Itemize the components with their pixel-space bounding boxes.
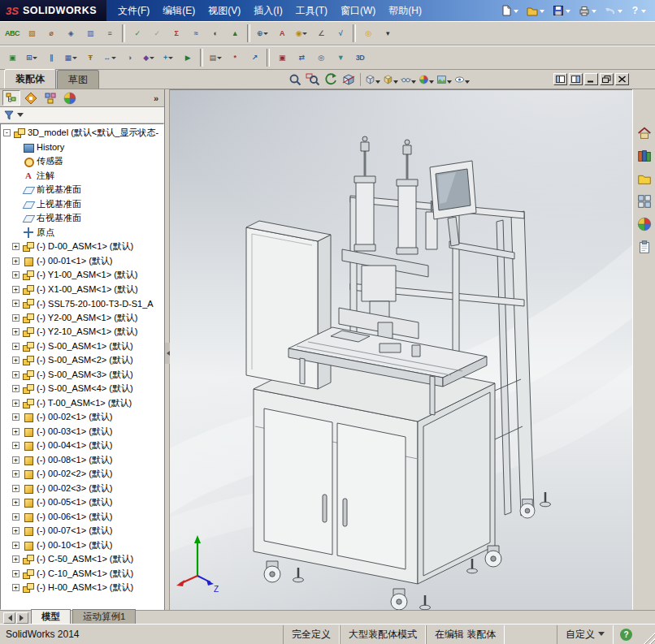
surface-finish-button[interactable]: √ [331, 24, 350, 43]
view-palette-button[interactable] [635, 192, 654, 211]
featuremanager-tab[interactable] [2, 90, 20, 106]
new-document-button[interactable] [497, 2, 521, 19]
collapse-panes-left-button[interactable] [553, 73, 567, 85]
tree-item[interactable]: 右视基准面 [1, 211, 163, 226]
graphics-viewport[interactable]: Z [170, 89, 632, 610]
tree-item[interactable]: + (-) 00-01<1> (默认) [1, 254, 163, 269]
bill-of-materials-button[interactable]: ▤ [206, 48, 225, 67]
smart-fasteners-button[interactable]: Ŧ [80, 48, 100, 67]
expander-icon[interactable]: + [12, 542, 20, 549]
mass-properties-button[interactable]: ◈ [61, 24, 80, 43]
tree-item[interactable]: + (-) S-00_ASM<4> (默认) [1, 382, 163, 396]
linear-pattern-button[interactable]: ▦ [61, 48, 80, 67]
expander-icon[interactable]: + [12, 570, 20, 577]
options-dropdown-button[interactable]: ▾ [378, 24, 397, 43]
tree-item[interactable]: 上视基准面 [1, 197, 163, 212]
menu-item[interactable]: 帮助(H) [382, 0, 428, 21]
expander-icon[interactable]: + [12, 271, 20, 279]
section-properties-button[interactable]: ▥ [80, 24, 100, 43]
menu-item[interactable]: 文件(F) [111, 0, 156, 21]
equations-button[interactable]: Σ [167, 24, 186, 43]
tree-item[interactable]: History [1, 140, 163, 155]
show-hidden-components-button[interactable]: ◑ [119, 48, 139, 67]
tree-item[interactable]: 原点 [1, 226, 163, 240]
collapse-panes-right-button[interactable] [569, 73, 583, 85]
expander-icon[interactable]: + [12, 456, 20, 464]
tree-root-item[interactable]: - 3D_model (默认<默认_显示状态- [1, 126, 163, 140]
check-document-button[interactable]: ✓ [128, 24, 147, 43]
3d-model-view[interactable]: Z [170, 90, 632, 611]
tree-item[interactable]: + (-) 00-02<1> (默认) [1, 410, 163, 425]
tree-item[interactable]: + (-) S-00_ASM<3> (默认) [1, 368, 163, 383]
hole-alignment-button[interactable]: ◎ [311, 48, 331, 67]
insert-components-button[interactable]: ⊞ [22, 48, 41, 67]
expander-icon[interactable]: + [12, 428, 20, 435]
tab-sketch[interactable]: 草图 [57, 70, 99, 89]
print-button[interactable] [575, 2, 599, 19]
expander-icon[interactable]: + [12, 555, 20, 563]
menu-item[interactable]: 编辑(E) [156, 0, 202, 21]
exploded-view-button[interactable]: * [225, 48, 245, 67]
tree-item[interactable]: + (-) 00-08<1> (默认) [1, 453, 163, 468]
expander-icon[interactable]: + [12, 371, 20, 378]
quick-tips-help-icon[interactable]: ? [620, 629, 632, 641]
tree-item[interactable]: + (-) 00-07<1> (默认) [1, 524, 163, 538]
tree-item[interactable]: + (-) X1-00_ASM<1> (默认) [1, 283, 163, 297]
expander-icon[interactable]: + [12, 343, 20, 350]
reference-geometry-button[interactable]: + [158, 48, 178, 67]
previous-view-button[interactable] [322, 71, 339, 88]
edit-appearance-button[interactable] [418, 71, 435, 88]
tree-item[interactable]: 传感器 [1, 154, 163, 169]
tree-item[interactable]: + (-) D-00_ASM<1> (默认) [1, 240, 163, 254]
resize-grip[interactable] [644, 633, 655, 644]
balloon-button[interactable]: ◉ [292, 24, 311, 43]
panel-overflow-chevron[interactable]: » [150, 93, 162, 103]
tree-item[interactable]: + (-) Y1-00_ASM<1> (默认) [1, 268, 163, 283]
expander-icon[interactable]: + [12, 357, 20, 364]
tree-item[interactable]: + (-) 00-02<3> (默认) [1, 482, 163, 496]
tree-item[interactable]: + (-) 00-06<1> (默认) [1, 510, 163, 525]
filter-funnel-icon[interactable] [3, 110, 15, 121]
tree-item[interactable]: + (-) 00-05<1> (默认) [1, 495, 163, 510]
magnified-selection-button[interactable]: ◎ [358, 24, 378, 43]
tab-assembly[interactable]: 装配体 [4, 69, 56, 89]
weld-symbol-button[interactable]: ∠ [311, 24, 331, 43]
close-button[interactable] [615, 73, 629, 85]
minimize-button[interactable] [584, 73, 598, 85]
tree-item[interactable]: + (-) Y2-00_ASM<1> (默认) [1, 311, 163, 326]
expander-icon[interactable]: + [12, 300, 20, 307]
expander-icon[interactable]: + [12, 584, 20, 591]
tree-item[interactable]: + (-) C-50_ASM<1> (默认) [1, 552, 163, 567]
zebra-stripes-button[interactable]: ◐ [206, 24, 225, 43]
expander-icon[interactable]: + [12, 513, 20, 521]
expander-icon[interactable]: + [12, 527, 20, 534]
assembly-features-button[interactable]: ◆ [139, 48, 158, 67]
expander-icon[interactable]: + [12, 400, 20, 407]
tree-item[interactable]: + (-) 00-03<1> (默认) [1, 425, 163, 439]
tab-scroll-left-button[interactable] [3, 612, 15, 624]
tree-item[interactable]: + (-) Y2-10_ASM<1> (默认) [1, 325, 163, 339]
appearances-scenes-button[interactable] [635, 214, 654, 234]
menu-item[interactable]: 窗口(W) [334, 0, 382, 21]
geometric-tolerance-button[interactable]: ⊕ [253, 24, 272, 43]
solidworks-resources-button[interactable] [635, 123, 654, 143]
instant3d-button[interactable]: 3D [350, 48, 370, 67]
filter-dropdown-icon[interactable] [17, 113, 24, 120]
assembly-visualization-button[interactable]: ▼ [331, 48, 350, 67]
menu-item[interactable]: 工具(T) [289, 0, 334, 21]
file-explorer-button[interactable] [635, 169, 654, 188]
tree-item[interactable]: + (-) H-00_ASM<1> (默认) [1, 581, 163, 595]
expander-icon[interactable]: + [12, 243, 20, 250]
help-button[interactable]: ? [627, 3, 648, 18]
view-settings-button[interactable] [453, 71, 471, 88]
configurationmanager-tab[interactable] [41, 90, 59, 106]
design-library-button[interactable] [635, 146, 654, 166]
expander-icon[interactable]: + [12, 470, 20, 478]
tree-item[interactable]: + (-) T-00_ASM<1> (默认) [1, 396, 163, 411]
measure-button[interactable]: ⌀ [41, 24, 61, 43]
tree-item[interactable]: 注解 [1, 169, 163, 184]
tab-model[interactable]: 模型 [31, 609, 71, 624]
expander-icon[interactable]: + [12, 328, 20, 335]
tree-item[interactable]: 前视基准面 [1, 183, 163, 197]
curvature-button[interactable]: ≈ [186, 24, 206, 43]
